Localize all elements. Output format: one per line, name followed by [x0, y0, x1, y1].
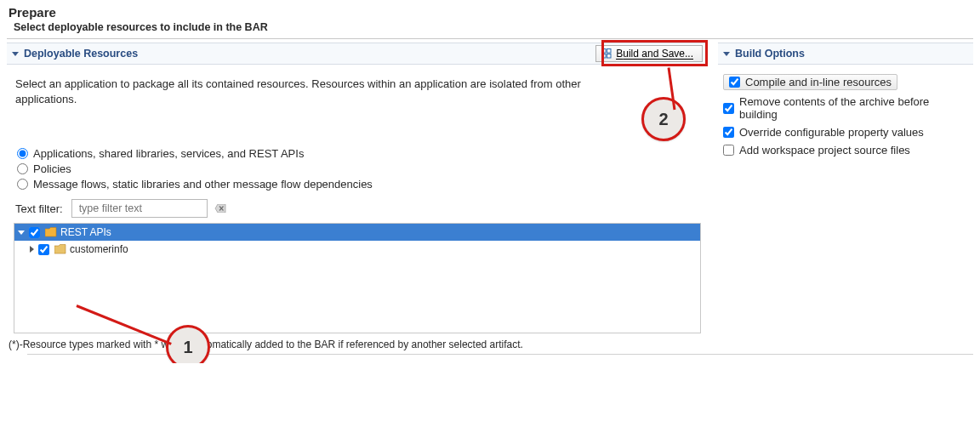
compile-label: Compile and in-line resources [745, 76, 892, 88]
build-and-save-button[interactable]: Build and Save... [595, 45, 703, 62]
deployable-resources-header: Deployable Resources Build and Save... [7, 43, 708, 65]
scope-policies-radio[interactable] [17, 163, 28, 174]
section-description: Select an application to package all its… [15, 77, 594, 106]
remove-contents-checkbox[interactable] [723, 103, 734, 114]
chevron-down-icon[interactable] [18, 231, 25, 235]
scope-messageflows-radio[interactable] [17, 179, 28, 190]
chevron-right-icon[interactable] [30, 246, 34, 253]
tree-root-label: REST APIs [60, 226, 111, 238]
folder-icon [45, 227, 57, 237]
chevron-down-icon[interactable] [723, 52, 730, 56]
deployable-resources-title: Deployable Resources [24, 48, 138, 60]
scope-messageflows-label: Message flows, static libraries and othe… [33, 178, 373, 191]
scope-applications-radio[interactable] [17, 148, 28, 159]
project-icon [54, 244, 66, 254]
build-options-title: Build Options [735, 48, 805, 60]
text-filter-input[interactable] [77, 202, 214, 215]
divider [7, 38, 973, 39]
compile-checkbox[interactable] [729, 77, 740, 88]
clear-filter-button[interactable] [214, 202, 226, 214]
page-title: Prepare [9, 5, 973, 20]
tree-item-label: customerinfo [70, 243, 128, 255]
text-filter-label: Text filter: [15, 202, 63, 215]
chevron-down-icon[interactable] [12, 52, 19, 56]
tree-item-checkbox[interactable] [38, 244, 49, 255]
svg-rect-0 [602, 49, 607, 54]
tree-root-rest-apis[interactable]: REST APIs [14, 224, 700, 241]
scope-policies-label: Policies [33, 162, 71, 175]
build-icon [601, 48, 612, 59]
tree-root-checkbox[interactable] [29, 227, 40, 238]
resources-tree[interactable]: REST APIs customerinfo [14, 223, 701, 333]
add-workspace-label: Add workspace project source files [739, 144, 910, 157]
build-and-save-label: Build and Save... [616, 48, 693, 60]
svg-rect-1 [607, 49, 612, 54]
compile-option-pill[interactable]: Compile and in-line resources [723, 74, 897, 90]
build-options-header: Build Options [718, 43, 973, 65]
override-props-label: Override configurable property values [739, 126, 924, 139]
add-workspace-checkbox[interactable] [723, 145, 734, 156]
svg-rect-3 [607, 54, 612, 59]
footnote: (*)-Resource types marked with * will be… [9, 339, 973, 350]
text-filter-wrap [71, 199, 208, 218]
divider [27, 354, 973, 355]
remove-contents-label: Remove contents of the archive before bu… [739, 95, 970, 121]
scope-applications-label: Applications, shared libraries, services… [33, 147, 304, 160]
backspace-icon [214, 204, 226, 213]
page-subtitle: Select deployable resources to include i… [14, 21, 973, 33]
override-props-checkbox[interactable] [723, 127, 734, 138]
svg-rect-2 [602, 54, 607, 59]
tree-item-customerinfo[interactable]: customerinfo [14, 241, 700, 258]
